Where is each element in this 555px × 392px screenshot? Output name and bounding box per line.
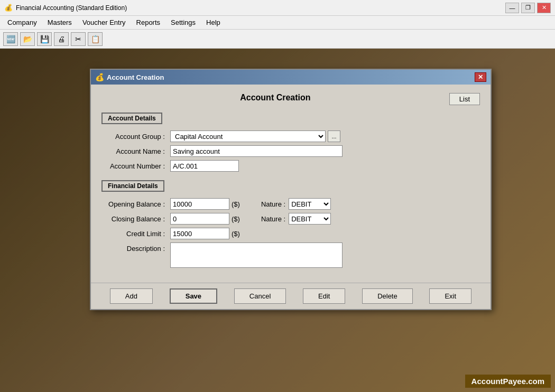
- credit-limit-row: Credit Limit : ($): [101, 228, 480, 239]
- account-details-header: Account Details: [101, 113, 162, 124]
- menu-masters[interactable]: Masters: [42, 17, 77, 27]
- closing-nature-select[interactable]: DEBIT CREDIT: [289, 213, 331, 225]
- dialog-heading: List Account Creation: [101, 93, 480, 105]
- menu-company[interactable]: Company: [2, 17, 42, 27]
- maximize-button[interactable]: ❐: [521, 3, 535, 13]
- account-number-row: Account Number :: [101, 160, 480, 172]
- account-name-input[interactable]: [170, 145, 343, 157]
- add-button[interactable]: Add: [110, 288, 153, 304]
- toolbar-cut[interactable]: ✂: [71, 32, 86, 46]
- account-name-row: Account Name :: [101, 145, 480, 157]
- account-group-label: Account Group :: [101, 133, 170, 141]
- account-creation-dialog: 💰 Account Creation ✕ List Account Creati…: [90, 69, 492, 310]
- closing-nature-label: Nature :: [261, 215, 285, 223]
- toolbar: 🆕 📂 💾 🖨 ✂ 📋: [0, 30, 555, 49]
- description-label: Description :: [101, 242, 170, 253]
- toolbar-open[interactable]: 📂: [20, 32, 35, 46]
- dialog-close-button[interactable]: ✕: [475, 72, 486, 82]
- app-title: Financial Accounting (Standard Edition): [16, 4, 505, 12]
- opening-nature-select[interactable]: DEBIT CREDIT: [289, 198, 331, 210]
- financial-details-header: Financial Details: [101, 180, 164, 192]
- menu-reports[interactable]: Reports: [131, 17, 166, 27]
- menu-voucher-entry[interactable]: Voucher Entry: [77, 17, 131, 27]
- save-button[interactable]: Save: [170, 288, 217, 304]
- opening-balance-unit: ($): [232, 200, 240, 208]
- opening-nature-label: Nature :: [261, 200, 285, 208]
- credit-limit-input[interactable]: [170, 228, 229, 239]
- dialog-title: Account Creation: [107, 73, 164, 81]
- closing-balance-label: Closing Balance :: [101, 215, 170, 223]
- credit-limit-unit: ($): [232, 230, 240, 238]
- account-number-input[interactable]: [170, 160, 239, 172]
- closing-balance-unit: ($): [232, 215, 240, 223]
- closing-balance-input[interactable]: [170, 213, 229, 225]
- minimize-button[interactable]: —: [505, 3, 519, 13]
- account-name-label: Account Name :: [101, 147, 170, 155]
- delete-button[interactable]: Delete: [362, 288, 413, 304]
- dialog-body: List Account Creation Account Details Ac…: [91, 85, 491, 283]
- toolbar-new[interactable]: 🆕: [3, 32, 18, 46]
- account-group-input-group: Capital Account Current Account Savings …: [170, 130, 340, 142]
- toolbar-paste[interactable]: 📋: [88, 32, 103, 46]
- dialog-footer: Add Save Cancel Edit Delete Exit: [91, 283, 491, 309]
- toolbar-print[interactable]: 🖨: [54, 32, 69, 46]
- description-textarea[interactable]: [170, 242, 343, 268]
- opening-balance-row: Opening Balance : ($) Nature : DEBIT CRE…: [101, 198, 480, 210]
- app-icon: 💰: [4, 4, 13, 12]
- menu-bar: Company Masters Voucher Entry Reports Se…: [0, 16, 555, 30]
- dialog-title-bar: 💰 Account Creation ✕: [91, 70, 491, 85]
- opening-balance-label: Opening Balance :: [101, 200, 170, 208]
- account-group-browse-button[interactable]: ...: [328, 130, 340, 142]
- closing-balance-row: Closing Balance : ($) Nature : DEBIT CRE…: [101, 213, 480, 225]
- window-controls: — ❐ ✕: [505, 3, 551, 13]
- toolbar-save[interactable]: 💾: [37, 32, 52, 46]
- watermark: AccountPayee.com: [465, 375, 551, 388]
- dialog-title-left: 💰 Account Creation: [95, 73, 164, 81]
- menu-settings[interactable]: Settings: [165, 17, 201, 27]
- credit-limit-label: Credit Limit :: [101, 230, 170, 238]
- financial-details-section: Financial Details Opening Balance : ($) …: [101, 180, 480, 268]
- edit-button[interactable]: Edit: [303, 288, 345, 304]
- account-number-label: Account Number :: [101, 162, 170, 170]
- dialog-icon: 💰: [95, 73, 104, 81]
- description-row: Description :: [101, 242, 480, 268]
- menu-help[interactable]: Help: [201, 17, 226, 27]
- opening-balance-input[interactable]: [170, 198, 229, 210]
- title-bar: 💰 Financial Accounting (Standard Edition…: [0, 0, 555, 16]
- list-button[interactable]: List: [449, 93, 480, 105]
- account-group-select[interactable]: Capital Account Current Account Savings …: [170, 130, 326, 142]
- cancel-button[interactable]: Cancel: [234, 288, 286, 304]
- account-group-row: Account Group : Capital Account Current …: [101, 130, 480, 142]
- exit-button[interactable]: Exit: [429, 288, 471, 304]
- account-details-section: Account Details Account Group : Capital …: [101, 113, 480, 172]
- close-button[interactable]: ✕: [537, 3, 551, 13]
